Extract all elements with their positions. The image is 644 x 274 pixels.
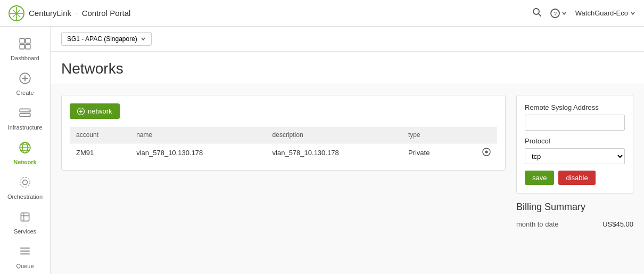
network-label: Network (13, 159, 36, 165)
billing-month-row: month to date US$45.00 (516, 218, 633, 230)
table-header: account name description type (70, 127, 497, 143)
services-icon (19, 211, 31, 226)
content-body: network account name description type (51, 84, 644, 246)
svg-point-14 (29, 110, 30, 111)
svg-point-15 (29, 115, 30, 116)
protocol-label: Protocol (525, 137, 625, 145)
header-left: CenturyLink · Control Portal (9, 5, 130, 21)
main-panel: network account name description type (61, 95, 506, 236)
sidebar-item-network[interactable]: Network (0, 136, 50, 171)
content-topbar: SG1 - APAC (Singapore) (51, 27, 644, 52)
account-menu[interactable]: WatchGuard-Eco (575, 9, 635, 17)
billing-title: Billing Summary (516, 202, 633, 213)
billing-month-label: month to date (516, 220, 559, 228)
logo-divider: · (76, 9, 78, 17)
content-area: SG1 - APAC (Singapore) Networks (51, 27, 644, 274)
create-label: Create (16, 90, 34, 96)
main-layout: Dashboard Create (0, 27, 644, 274)
syslog-field-group: Remote Syslog Address (525, 103, 625, 131)
centurylink-logo-icon (9, 5, 24, 21)
infrastructure-icon (19, 107, 31, 122)
page-title: Networks (61, 60, 633, 77)
datacenter-dropdown[interactable]: SG1 - APAC (Singapore) (61, 32, 152, 46)
sidebar-item-infrastructure[interactable]: Infrastructure (0, 101, 50, 136)
protocol-field-group: Protocol tcp udp (525, 137, 625, 164)
col-account: account (70, 127, 130, 143)
sidebar-item-create[interactable]: Create (0, 67, 50, 101)
datacenter-label: SG1 - APAC (Singapore) (67, 35, 137, 43)
col-actions (460, 127, 497, 143)
portal-title: Control Portal (82, 9, 131, 18)
network-icon (19, 141, 31, 157)
sidebar: Dashboard Create (0, 27, 51, 274)
sidebar-item-services[interactable]: Services (0, 205, 50, 240)
cell-account: ZM91 (70, 143, 130, 163)
table-container: network account name description type (61, 95, 506, 171)
account-name: WatchGuard-Eco (575, 9, 628, 17)
infrastructure-label: Infrastructure (8, 124, 43, 131)
action-buttons: save disable (525, 171, 625, 185)
disable-button[interactable]: disable (558, 171, 595, 185)
cell-type: Private (402, 143, 460, 163)
protocol-select[interactable]: tcp udp (525, 148, 625, 164)
table-header-row: account name description type (70, 127, 497, 143)
header-right: ? WatchGuard-Eco (532, 7, 635, 19)
logo: CenturyLink · Control Portal (9, 5, 130, 21)
svg-text:?: ? (554, 10, 557, 17)
save-button[interactable]: save (525, 171, 554, 185)
cell-name: vlan_578_10.130.178 (130, 143, 266, 163)
account-chevron-icon (630, 11, 635, 16)
cell-action[interactable] (460, 143, 497, 163)
cell-description: vlan_578_10.130.178 (266, 143, 402, 163)
plus-icon (77, 108, 85, 115)
dashboard-icon (19, 37, 31, 53)
col-type: type (402, 127, 460, 143)
col-name: name (130, 127, 266, 143)
sidebar-item-queue[interactable]: Queue (0, 240, 50, 274)
svg-rect-6 (26, 38, 30, 43)
services-label: Services (14, 228, 36, 235)
svg-rect-7 (20, 44, 24, 49)
table-row: ZM91 vlan_578_10.130.178 vlan_578_10.130… (70, 143, 497, 163)
svg-rect-23 (21, 213, 29, 221)
table-body: ZM91 vlan_578_10.130.178 vlan_578_10.130… (70, 143, 497, 163)
search-icon[interactable] (532, 7, 542, 19)
create-icon (19, 72, 31, 87)
billing-month-value: US$45.00 (602, 220, 633, 228)
syslog-label: Remote Syslog Address (525, 103, 625, 111)
col-description: description (266, 127, 402, 143)
dashboard-label: Dashboard (11, 55, 39, 61)
orchestration-icon (19, 176, 31, 191)
help-icon[interactable]: ? (550, 9, 567, 18)
page-header: Networks (51, 52, 644, 84)
svg-point-21 (23, 180, 28, 185)
syslog-section: Remote Syslog Address Protocol tcp udp s… (516, 95, 633, 194)
svg-point-33 (485, 151, 488, 154)
add-network-button[interactable]: network (70, 103, 120, 119)
networks-table: account name description type ZM91 vlan_… (70, 127, 497, 162)
queue-icon (19, 245, 31, 261)
sidebar-item-orchestration[interactable]: Orchestration (0, 171, 50, 205)
svg-rect-8 (26, 44, 30, 49)
sidebar-item-dashboard[interactable]: Dashboard (0, 32, 50, 67)
logo-text: CenturyLink (29, 9, 71, 18)
row-settings-icon[interactable] (482, 149, 491, 158)
header: CenturyLink · Control Portal ? WatchGuar… (0, 0, 644, 27)
add-network-label: network (88, 107, 112, 115)
svg-line-2 (538, 13, 541, 16)
svg-point-22 (20, 178, 30, 188)
svg-rect-5 (20, 38, 24, 43)
billing-section: Billing Summary month to date US$45.00 (516, 202, 633, 236)
side-panel: Remote Syslog Address Protocol tcp udp s… (516, 95, 633, 236)
syslog-input[interactable] (525, 115, 625, 131)
orchestration-label: Orchestration (7, 194, 43, 200)
help-chevron-icon (562, 11, 567, 16)
datacenter-chevron-icon (141, 36, 146, 42)
queue-label: Queue (16, 263, 34, 269)
